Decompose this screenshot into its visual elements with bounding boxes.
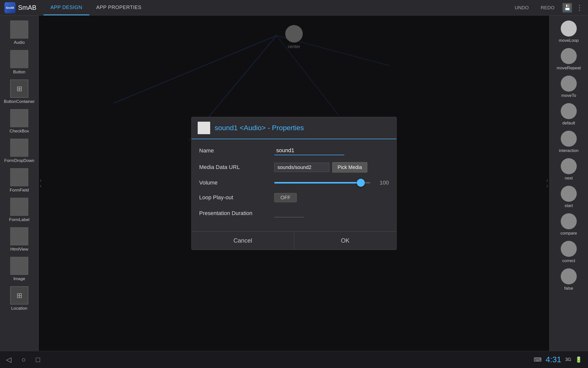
bottom-nav: ◁ ○ □ [6,355,40,364]
right-item-next[interactable]: next [549,156,588,183]
nav-app-properties[interactable]: APP PROPERTIES [89,0,149,15]
moveto-circle [561,76,577,92]
name-value-container [274,146,389,155]
volume-slider-container: 100 [274,179,389,186]
main-canvas[interactable]: center ‹ ‹ › › sound1 <Audio> - Properti… [39,16,549,351]
loop-toggle-button[interactable]: OFF [274,193,297,202]
loop-value-container: OFF [274,193,389,202]
volume-slider-thumb[interactable] [357,179,365,187]
compare-circle [561,213,577,229]
cancel-button[interactable]: Cancel [192,232,294,250]
dialog-body: Name Media Data URL Pick Media Volume [192,139,396,231]
formdropdown-thumb [10,139,28,157]
sidebar-item-formlabel[interactable]: FormLabel [0,195,39,225]
duration-input[interactable] [274,209,304,217]
app-logo: SmAB SmAB [0,2,41,13]
right-item-compare[interactable]: compare [549,211,588,238]
volume-value: 100 [374,179,389,186]
sidebar-item-htmlview[interactable]: HtmlView [0,225,39,254]
save-icon: 💾 [564,5,571,11]
default-circle [561,103,577,119]
clock: 4:31 [546,355,561,364]
app-title: SmAB [18,4,37,12]
htmlview-thumb [10,227,28,245]
next-circle [561,158,577,174]
redo-button[interactable]: REDO [537,3,558,13]
dialog-header: sound1 <Audio> - Properties [192,117,396,139]
back-button[interactable]: ◁ [6,355,12,364]
sidebar-item-button[interactable]: Button [0,48,39,77]
image-thumb [10,257,28,275]
loop-row: Loop Play-out OFF [199,193,389,202]
duration-value-container [274,209,389,217]
location-icon: ⊞ [17,291,22,300]
recents-button[interactable]: □ [36,355,40,364]
logo-icon: SmAB [5,2,16,13]
correct-circle [561,241,577,257]
right-item-moveloop[interactable]: moveLoop [549,18,588,46]
dialog-footer: Cancel OK [192,231,396,250]
name-input[interactable] [274,146,344,155]
media-url-input[interactable] [274,163,329,172]
right-item-moveto[interactable]: moveTo [549,73,588,101]
volume-row: Volume 100 [199,179,389,186]
right-item-moverepeat[interactable]: moveRepeat [549,46,588,73]
pick-media-button[interactable]: Pick Media [332,162,367,172]
sidebar-item-formfield[interactable]: FormField [0,166,39,195]
volume-slider-track[interactable] [274,182,370,183]
formfield-thumb [10,168,28,186]
sidebar-item-location[interactable]: ⊞ Location [0,284,39,313]
right-item-start[interactable]: start [549,183,588,211]
moveloop-circle [561,21,577,37]
keyboard-icon: ⌨ [534,356,542,363]
media-url-label: Media Data URL [199,164,269,170]
name-row: Name [199,146,389,155]
right-item-default[interactable]: default [549,101,588,128]
name-label: Name [199,147,269,154]
interaction-circle [561,131,577,147]
audio-thumb [10,21,28,39]
save-button[interactable]: 💾 [562,3,572,13]
formlabel-thumb [10,198,28,216]
nav-app-design[interactable]: APP DESIGN [44,0,89,15]
dialog-header-icon [198,122,210,134]
volume-label: Volume [199,179,269,186]
battery-icon: 🔋 [575,356,582,363]
sidebar-item-checkbox[interactable]: CheckBox [0,107,39,136]
right-item-false[interactable]: false [549,266,588,293]
sidebar-item-formdropdown[interactable]: FormDropDown [0,136,39,166]
home-button[interactable]: ○ [22,355,26,364]
left-sidebar: Audio Button ⊞ ButtonContainer CheckBox … [0,16,39,351]
dialog-overlay: sound1 <Audio> - Properties Name Media D… [39,16,549,351]
signal-info: 3G [565,357,571,362]
right-item-correct[interactable]: correct [549,238,588,266]
more-menu-icon[interactable]: ⋮ [576,4,583,12]
status-bar-right: ⌨ 4:31 3G 🔋 [534,355,582,364]
buttoncontainer-icon: ⊞ [17,85,22,93]
media-url-row: Media Data URL Pick Media [199,162,389,172]
button-thumb [10,50,28,68]
sidebar-item-buttoncontainer[interactable]: ⊞ ButtonContainer [0,77,39,107]
ok-button[interactable]: OK [294,232,397,250]
start-circle [561,186,577,202]
top-bar-right: UNDO REDO 💾 ⋮ [511,3,588,13]
top-nav: APP DESIGN APP PROPERTIES [44,0,149,15]
false-circle [561,268,577,284]
sidebar-item-audio[interactable]: Audio [0,18,39,48]
top-bar: SmAB SmAB APP DESIGN APP PROPERTIES UNDO… [0,0,588,16]
buttoncontainer-thumb: ⊞ [10,80,28,98]
properties-dialog: sound1 <Audio> - Properties Name Media D… [191,117,397,250]
location-thumb: ⊞ [10,286,28,304]
duration-row: Presentation Duration [199,209,389,217]
checkbox-thumb [10,109,28,127]
sidebar-item-image[interactable]: Image [0,254,39,284]
moverepeat-circle [561,48,577,64]
undo-button[interactable]: UNDO [511,3,533,13]
bottom-bar: ◁ ○ □ ⌨ 4:31 3G 🔋 [0,351,588,368]
duration-label: Presentation Duration [199,210,269,217]
right-item-interaction[interactable]: interaction [549,128,588,156]
right-sidebar: moveLoop moveRepeat moveTo default inter… [549,16,588,351]
loop-label: Loop Play-out [199,194,269,201]
dialog-title: sound1 <Audio> - Properties [215,124,304,132]
logo-text: SmAB [6,6,14,9]
